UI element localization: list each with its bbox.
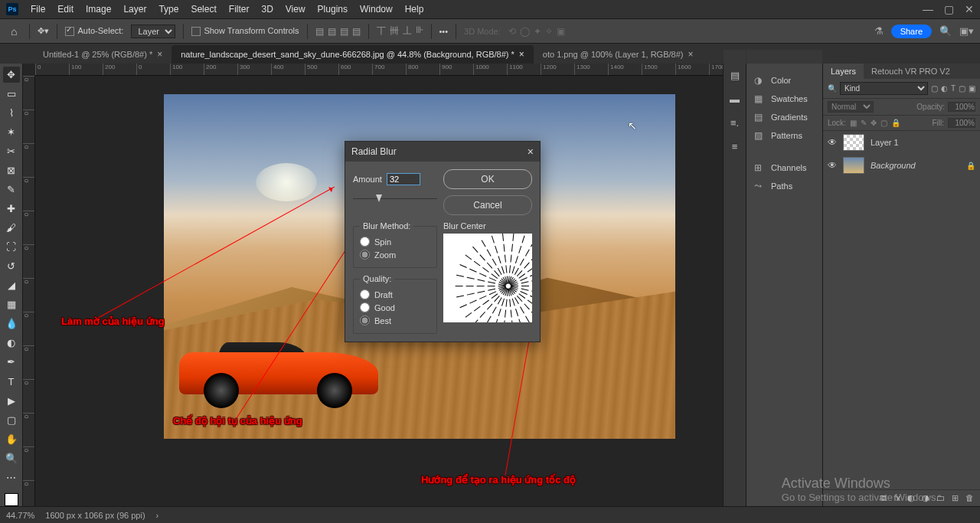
opacity-input[interactable]: [948, 102, 975, 112]
adjust-icon[interactable]: ◑: [922, 493, 929, 503]
visibility-icon[interactable]: 👁: [828, 137, 837, 148]
layer-name[interactable]: Background: [871, 161, 916, 170]
window-minimize-icon[interactable]: —: [923, 3, 933, 15]
color-swatch[interactable]: [5, 493, 18, 506]
distribute-icon[interactable]: 卌: [390, 25, 399, 38]
ok-button[interactable]: OK: [443, 169, 532, 189]
eraser-tool[interactable]: ◢: [3, 277, 20, 293]
chevron-right-icon[interactable]: ›: [156, 511, 159, 520]
marquee-tool[interactable]: ▭: [3, 86, 20, 102]
path-select-tool[interactable]: ▶: [3, 393, 20, 409]
amount-input[interactable]: [387, 173, 420, 185]
home-icon[interactable]: ⌂: [6, 25, 21, 38]
radio-spin[interactable]: Spin: [360, 235, 430, 248]
layer-thumbnail[interactable]: [843, 157, 864, 174]
layer-row[interactable]: 👁 Background 🔒: [823, 154, 980, 177]
layer-filter-kind[interactable]: Kind: [840, 82, 928, 95]
filter-adjust-icon[interactable]: ◐: [941, 84, 948, 93]
align-right-icon[interactable]: ▤: [340, 26, 348, 37]
radio-best[interactable]: Best: [360, 314, 430, 327]
workspace-icon[interactable]: ▣▾: [959, 25, 974, 37]
distribute-icon-more[interactable]: ⊪: [416, 25, 423, 38]
panel-paths[interactable]: ⤳Paths: [746, 177, 822, 195]
stamp-tool[interactable]: ⛶: [3, 239, 20, 255]
visibility-icon[interactable]: 👁: [828, 160, 837, 171]
close-icon[interactable]: ×: [688, 49, 693, 60]
comments-icon[interactable]: ▬: [730, 93, 740, 105]
type-tool[interactable]: T: [3, 374, 20, 390]
dodge-tool[interactable]: ◐: [3, 335, 20, 351]
group-icon[interactable]: 🗀: [936, 493, 945, 503]
filter-shape-icon[interactable]: ▢: [959, 84, 965, 93]
panel-patterns[interactable]: ▨Patterns: [746, 126, 822, 145]
radio-good[interactable]: Good: [360, 301, 430, 314]
lock-paint-icon[interactable]: ✎: [861, 119, 867, 127]
doc-size[interactable]: 1600 px x 1066 px (96 ppi): [45, 511, 145, 520]
align-center-icon[interactable]: ▤: [328, 26, 336, 37]
document-tab[interactable]: oto 1.png @ 100% (Layer 1, RGB/8#)×: [534, 45, 703, 64]
fx-icon[interactable]: fx: [893, 493, 900, 503]
menu-3d[interactable]: 3D: [255, 4, 279, 15]
document-tab[interactable]: Untitled-1 @ 25% (RGB/8#) *×: [34, 45, 172, 64]
move-tool-icon[interactable]: ✥▾: [38, 26, 49, 36]
menu-image[interactable]: Image: [80, 4, 117, 15]
filter-type-icon[interactable]: T: [951, 84, 956, 93]
distribute-icon[interactable]: 丄: [403, 25, 412, 38]
auto-select-target[interactable]: Layer: [131, 25, 175, 38]
shape-tool[interactable]: ▢: [3, 412, 20, 428]
healing-tool[interactable]: ✚: [3, 201, 20, 217]
filter-smart-icon[interactable]: ▣: [969, 84, 975, 93]
menu-view[interactable]: View: [279, 4, 312, 15]
search-icon[interactable]: 🔍: [828, 84, 837, 93]
edit-toolbar[interactable]: ⋯: [3, 469, 20, 485]
panel-gradients[interactable]: ▤Gradients: [746, 108, 822, 126]
align-left-icon[interactable]: ▤: [315, 26, 324, 37]
tab-layers[interactable]: Layers: [823, 64, 864, 79]
layer-thumbnail[interactable]: [843, 134, 864, 151]
quick-select-tool[interactable]: ✶: [3, 124, 20, 140]
menu-file[interactable]: File: [24, 4, 51, 15]
menu-edit[interactable]: Edit: [51, 4, 80, 15]
menu-window[interactable]: Window: [354, 4, 399, 15]
pen-tool[interactable]: ✒: [3, 354, 20, 370]
distribute-icon[interactable]: 丅: [377, 25, 386, 38]
history-brush-tool[interactable]: ↺: [3, 258, 20, 274]
close-icon[interactable]: ×: [519, 49, 524, 60]
link-icon[interactable]: ⧉: [880, 493, 887, 503]
gradient-tool[interactable]: ▦: [3, 296, 20, 312]
close-icon[interactable]: ×: [157, 49, 162, 60]
adjustments-icon[interactable]: ≡: [732, 141, 738, 152]
show-transform-checkbox[interactable]: Show Transform Controls: [191, 26, 299, 36]
radio-zoom[interactable]: Zoom: [360, 248, 430, 261]
dialog-titlebar[interactable]: Radial Blur ×: [345, 142, 540, 162]
close-icon[interactable]: ×: [528, 145, 534, 158]
crop-tool[interactable]: ✂: [3, 143, 20, 159]
blend-mode-select[interactable]: Normal: [828, 101, 874, 113]
zoom-tool[interactable]: 🔍: [3, 450, 20, 466]
panel-color[interactable]: ◑Color: [746, 71, 822, 90]
lock-artboard-icon[interactable]: ▢: [880, 119, 887, 127]
cancel-button[interactable]: Cancel: [443, 195, 532, 215]
eyedropper-tool[interactable]: ✎: [3, 181, 20, 198]
brush-tool[interactable]: 🖌: [3, 220, 20, 236]
blur-center-preview[interactable]: [443, 234, 532, 322]
align-icon[interactable]: ▤: [352, 26, 361, 37]
search-icon[interactable]: 🔍: [939, 25, 952, 37]
fill-input[interactable]: [948, 118, 975, 128]
move-tool[interactable]: ✥: [3, 67, 20, 83]
amount-slider[interactable]: [353, 194, 437, 204]
layer-row[interactable]: 👁 Layer 1: [823, 131, 980, 154]
lock-all-icon[interactable]: 🔒: [891, 119, 900, 127]
panel-channels[interactable]: ⊞Channels: [746, 159, 822, 177]
history-icon[interactable]: ▤: [730, 70, 740, 81]
menu-type[interactable]: Type: [152, 4, 185, 15]
more-options-icon[interactable]: •••: [439, 27, 449, 36]
lasso-tool[interactable]: ⌇: [3, 105, 20, 121]
window-close-icon[interactable]: ✕: [965, 3, 974, 15]
panel-swatches[interactable]: ▦Swatches: [746, 90, 822, 108]
share-button[interactable]: Share: [891, 25, 932, 38]
window-maximize-icon[interactable]: ▢: [944, 3, 954, 15]
menu-select[interactable]: Select: [185, 4, 222, 15]
mask-icon[interactable]: ◐: [907, 493, 915, 503]
tab-retouch[interactable]: Retouch VR PRO V2: [864, 64, 958, 79]
